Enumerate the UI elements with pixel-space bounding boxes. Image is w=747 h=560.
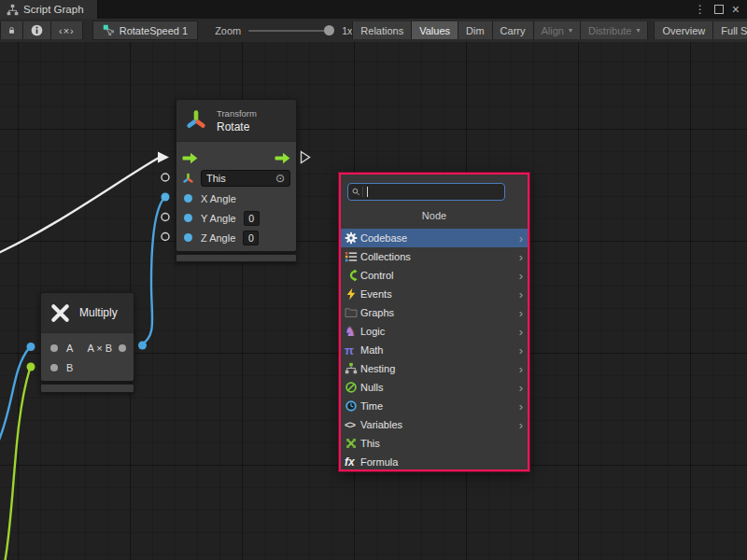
chess-knight-icon: ♞ — [345, 324, 360, 339]
multiply-b-port-dot[interactable] — [27, 363, 35, 371]
chevron-right-icon: › — [519, 288, 528, 301]
chevron-right-icon: › — [519, 382, 528, 394]
fx-icon: fx — [345, 455, 360, 469]
z-angle-value-field[interactable]: 0 — [243, 231, 259, 245]
z-angle-outer-port[interactable] — [162, 233, 169, 241]
edit-graph-button[interactable]: ‹×› — [51, 21, 83, 39]
zoom-slider-handle[interactable] — [324, 25, 334, 35]
full-screen-button[interactable]: Full Screen — [713, 21, 747, 39]
tab-script-graph[interactable]: Script Graph — [0, 0, 98, 19]
b-input-port[interactable] — [50, 364, 58, 371]
finder-list: Codebase › Collections › — [341, 229, 528, 471]
search-input[interactable] — [368, 187, 500, 198]
menu-item-control[interactable]: Control › — [341, 266, 528, 285]
close-icon[interactable]: × — [732, 3, 740, 16]
this-outer-port[interactable] — [162, 174, 169, 181]
flow-input-arrow-icon[interactable] — [182, 152, 198, 164]
relations-button[interactable]: Relations — [352, 21, 412, 39]
multiply-output-port-dot[interactable] — [138, 342, 147, 350]
x-angle-row: X Angle — [176, 189, 296, 208]
chevron-right-icon: › — [519, 270, 528, 282]
menu-item-graphs[interactable]: Graphs › — [341, 303, 528, 322]
breadcrumb[interactable]: RotateSpeed 1 — [92, 21, 198, 40]
unity-visual-scripting-window: Script Graph ⋮ × ‹×› — [0, 0, 747, 560]
transform-rotate-node[interactable]: Transform Rotate — [176, 99, 297, 262]
multiply-a-port-dot[interactable] — [27, 343, 35, 351]
distribute-dropdown[interactable]: Distribute ▾ — [581, 21, 648, 39]
zoom-control: Zoom 1x — [215, 25, 352, 36]
maximize-icon[interactable] — [714, 5, 724, 14]
transform-axis-icon — [184, 108, 208, 133]
node-footer — [176, 254, 297, 262]
product-output-port[interactable] — [119, 344, 126, 352]
wire-green-to-multiply-b — [5, 369, 30, 560]
node-footer — [40, 384, 134, 393]
graph-canvas[interactable]: Transform Rotate — [0, 42, 747, 560]
list-icon — [345, 249, 360, 264]
x-angle-port[interactable] — [184, 194, 192, 203]
menu-item-logic[interactable]: ♞ Logic › — [341, 322, 528, 341]
node-title: Rotate — [217, 120, 257, 133]
multiply-a-row: A A × B — [41, 339, 134, 357]
script-graph-icon — [7, 4, 19, 16]
finder-header: Node — [341, 210, 528, 223]
menu-item-time[interactable]: Time › — [341, 397, 528, 415]
lock-icon — [8, 24, 15, 36]
chevron-right-icon: › — [519, 344, 528, 357]
menu-item-variables[interactable]: <> Variables › — [341, 415, 528, 434]
menu-item-nulls[interactable]: Nulls › — [341, 378, 528, 397]
x-angle-outer-port-dot[interactable] — [162, 193, 170, 202]
chevron-right-icon: › — [519, 307, 528, 319]
y-angle-outer-port[interactable] — [162, 214, 169, 221]
multiply-icon — [49, 302, 71, 324]
chevron-down-icon: ▾ — [636, 26, 640, 35]
menu-item-this[interactable]: This — [341, 434, 528, 453]
null-slash-icon — [345, 380, 360, 395]
menu-item-events[interactable]: Events › — [341, 285, 528, 303]
menu-item-math[interactable]: π Math › — [341, 341, 528, 359]
graph-toolbar: ‹×› RotateSpeed 1 Zoom 1x Relations Valu… — [0, 19, 747, 43]
this-object-field[interactable]: This ⊙ — [201, 170, 290, 187]
y-angle-value-field[interactable]: 0 — [244, 211, 260, 226]
object-picker-icon[interactable]: ⊙ — [275, 173, 285, 184]
zoom-slider-track[interactable] — [248, 30, 334, 32]
zoom-label: Zoom — [215, 25, 241, 36]
angle-brackets-icon: ‹×› — [59, 25, 75, 36]
graph-node-icon — [103, 24, 115, 36]
move-arrows-icon — [345, 436, 360, 451]
wire-blue-to-multiply-a — [0, 348, 29, 447]
z-angle-port[interactable] — [184, 233, 192, 242]
lock-button[interactable] — [0, 21, 23, 39]
search-field[interactable] — [347, 183, 505, 201]
menu-icon[interactable]: ⋮ — [695, 4, 706, 15]
zoom-value: 1x — [342, 25, 352, 36]
info-button[interactable] — [23, 21, 51, 39]
overview-button[interactable]: Overview — [654, 21, 713, 39]
fuzzy-finder-popup: Node — [339, 173, 529, 471]
menu-item-collections[interactable]: Collections › — [341, 247, 528, 266]
clock-icon — [345, 399, 360, 413]
multiply-node[interactable]: Multiply A A × B B — [40, 292, 134, 393]
flow-output-triangle-port[interactable] — [302, 152, 310, 163]
menu-item-formula[interactable]: fx Formula — [341, 453, 528, 471]
menu-item-codebase[interactable]: Codebase › — [341, 229, 528, 247]
search-icon — [352, 187, 359, 197]
multiply-b-row: B — [41, 358, 134, 376]
y-angle-port[interactable] — [184, 214, 192, 222]
transform-axis-icon — [182, 173, 194, 185]
chevron-right-icon: › — [519, 326, 528, 338]
align-dropdown[interactable]: Align ▾ — [534, 21, 581, 39]
carry-button[interactable]: Carry — [493, 21, 534, 39]
menu-item-nesting[interactable]: Nesting › — [341, 359, 528, 378]
chevron-right-icon: › — [519, 363, 528, 375]
gear-icon — [345, 231, 360, 245]
values-button[interactable]: Values — [412, 21, 458, 39]
search-divider — [362, 187, 363, 197]
flow-output-arrow-icon[interactable] — [275, 152, 290, 164]
pi-icon: π — [345, 343, 360, 357]
chevron-right-icon: › — [519, 400, 528, 413]
toolbar-right-group: Relations Values Dim Carry Align ▾ Distr… — [352, 21, 747, 39]
wire-multiply-to-x-angle — [142, 198, 164, 344]
dim-button[interactable]: Dim — [458, 21, 493, 39]
a-input-port[interactable] — [50, 344, 58, 352]
